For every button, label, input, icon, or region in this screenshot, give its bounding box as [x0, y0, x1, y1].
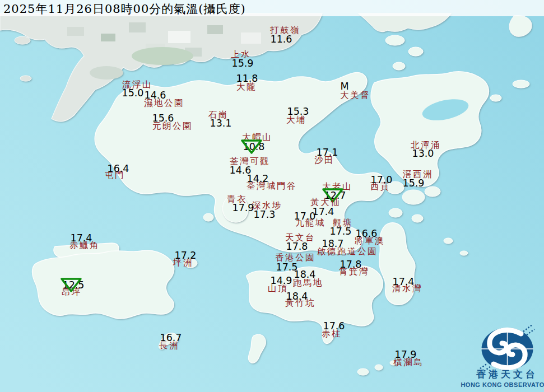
station-temperature-value: 17.8: [340, 260, 362, 270]
station-temperature-value: 17.9: [395, 350, 417, 360]
station-temperature-value: 17.6: [323, 321, 345, 332]
station-temperature-value: 17.0: [371, 175, 393, 185]
station-temperature-value: 18.7: [322, 239, 344, 249]
station-name-label: 跑馬地: [293, 279, 323, 288]
station-temperature-value: 10.8: [243, 142, 265, 152]
station-temperature-value: 17.0: [294, 212, 316, 222]
station-temperature-value: 15.9: [403, 179, 425, 189]
station-temperature-value: 15.9: [232, 59, 254, 69]
station-temperature-value: 11.6: [271, 35, 292, 45]
station-temperature-value: 17.2: [175, 251, 197, 261]
station-temperature-value: 16.4: [108, 164, 129, 174]
station-temperature-value: 15.6: [152, 114, 174, 124]
station-temperature-value: 17.4: [393, 277, 415, 287]
station-temperature-value: 13.1: [210, 119, 232, 129]
hko-temperature-map-page: 打鼓嶺11.6上水15.9大隴11.8流浮山15.0濕地公園14.6大美督M石崗…: [0, 0, 544, 392]
station-temperature-value: 15.0: [122, 88, 144, 99]
station-temperature-value: 17.3: [254, 210, 276, 220]
station-temperature-value: 14.6: [145, 91, 166, 101]
station-name-label: 大美督: [340, 91, 370, 100]
hko-logo-english-name: HONG KONG OBSERVATORY: [461, 381, 544, 388]
station-temperature-value: 16.6: [356, 229, 378, 239]
station-temperature-value: 17.8: [286, 242, 308, 252]
station-temperature-value: 12.5: [63, 281, 85, 291]
station-missing-data-flag: M: [340, 82, 348, 92]
station-temperature-value: 13.0: [412, 149, 434, 159]
station-name-label: 大隴: [236, 83, 257, 92]
station-temperature-value: 17.4: [71, 234, 92, 244]
station-temperature-value: 14.9: [271, 276, 292, 286]
hko-logo-chinese-name: 香港天文台: [476, 368, 538, 381]
station-temperature-value: 17.9: [233, 203, 254, 213]
title-bar: 2025年11月26日08時00分的氣溫(攝氏度): [0, 0, 544, 16]
map-title: 2025年11月26日08時00分的氣溫(攝氏度): [3, 1, 246, 17]
station-temperature-value: 11.8: [236, 74, 258, 84]
station-temperature-value: 14.2: [247, 174, 269, 184]
station-temperature-value: 17.1: [317, 148, 338, 158]
station-temperature-value: 16.7: [160, 333, 182, 343]
station-temperature-value: 18.4: [286, 292, 308, 302]
station-temperature-value: 18.4: [294, 270, 316, 280]
station-name-label: 大埔: [286, 116, 306, 125]
stations-layer: 打鼓嶺11.6上水15.9大隴11.8流浮山15.0濕地公園14.6大美督M石崗…: [0, 0, 544, 392]
station-temperature-value: 17.5: [330, 227, 352, 237]
station-temperature-value: 15.3: [287, 107, 309, 117]
